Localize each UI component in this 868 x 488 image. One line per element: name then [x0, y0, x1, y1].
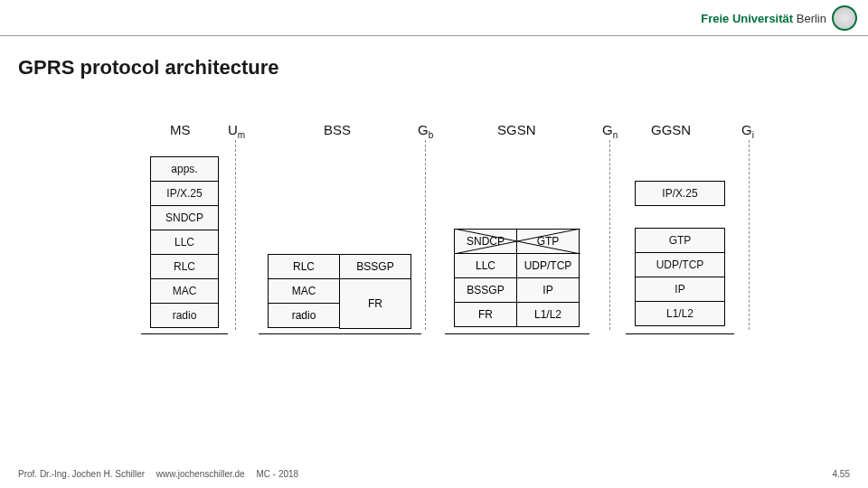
- sgsn-ip: IP: [516, 277, 580, 303]
- sgsn-cross-icon: [454, 229, 580, 254]
- node-bss: BSS: [324, 122, 351, 137]
- dash-gi: [749, 140, 750, 330]
- baseline-sgsn: [445, 333, 590, 334]
- baseline-bss: [259, 333, 421, 334]
- footer-course: MC - 2018: [256, 469, 298, 479]
- dash-gn: [609, 140, 610, 330]
- sgsn-llc: LLC: [454, 253, 517, 278]
- node-ggsn: GGSN: [651, 122, 691, 137]
- node-ms: MS: [170, 122, 191, 137]
- baseline-ggsn: [626, 333, 734, 334]
- ms-ipx25: IP/X.25: [150, 181, 219, 206]
- iface-gb-base: G: [418, 122, 429, 137]
- iface-gi-sub: i: [752, 130, 754, 140]
- ggsn-l1l2: L1/L2: [635, 301, 725, 326]
- footer-site: www.jochenschiller.de: [156, 469, 245, 479]
- bss-radio: radio: [268, 303, 340, 328]
- university-brand: Freie Universität Berlin: [701, 5, 857, 31]
- node-sgsn: SGSN: [497, 122, 536, 137]
- ms-stack: apps. IP/X.25 SNDCP LLC RLC MAC radio: [150, 156, 219, 328]
- bss-bssgp: BSSGP: [339, 254, 411, 279]
- iface-um: Um: [228, 122, 245, 140]
- footer-left: Prof. Dr.-Ing. Jochen H. Schiller www.jo…: [18, 469, 307, 479]
- ms-rlc: RLC: [150, 254, 219, 279]
- ggsn-ip: IP: [635, 277, 725, 302]
- iface-gn: Gn: [602, 122, 618, 140]
- ms-apps: apps.: [150, 156, 219, 182]
- uni-left: Freie Universität: [701, 12, 793, 25]
- ggsn-udptcp: UDP/TCP: [635, 252, 725, 277]
- protocol-diagram: MS BSS SGSN GGSN Um Gb Gn Gi apps. IP/X.…: [136, 122, 787, 420]
- iface-um-sub: m: [238, 130, 245, 140]
- seal-icon: [832, 5, 857, 31]
- bss-stack: RLC BSSGP MAC radio FR: [268, 254, 412, 329]
- dash-um: [235, 140, 236, 330]
- iface-gb-sub: b: [429, 130, 434, 140]
- bss-rlc: RLC: [268, 254, 340, 279]
- sgsn-udptcp: UDP/TCP: [516, 253, 580, 278]
- sgsn-fr: FR: [454, 302, 517, 327]
- ms-llc: LLC: [150, 230, 219, 255]
- footer-page: 4.55: [833, 469, 850, 479]
- ggsn-gtp: GTP: [635, 228, 725, 253]
- sgsn-stack: SNDCP GTP LLC UDP/TCP BSSGP IP FR L1/L2: [454, 229, 580, 327]
- bss-mac: MAC: [268, 278, 340, 304]
- sgsn-l1l2: L1/L2: [516, 302, 580, 327]
- ms-radio: radio: [150, 303, 219, 328]
- iface-gb: Gb: [418, 122, 433, 140]
- iface-um-base: U: [228, 122, 238, 137]
- sgsn-bssgp: BSSGP: [454, 277, 517, 303]
- footer-author: Prof. Dr.-Ing. Jochen H. Schiller: [18, 469, 145, 479]
- ggsn-ipx25: IP/X.25: [635, 181, 725, 206]
- uni-right: Berlin: [797, 12, 826, 25]
- university-name: Freie Universität Berlin: [701, 12, 826, 25]
- baseline-ms: [141, 333, 228, 334]
- dash-gb: [425, 140, 426, 330]
- iface-gn-sub: n: [613, 130, 618, 140]
- iface-gi: Gi: [741, 122, 754, 140]
- iface-gi-base: G: [741, 122, 752, 137]
- bss-fr: FR: [339, 278, 411, 329]
- footer: Prof. Dr.-Ing. Jochen H. Schiller www.jo…: [18, 469, 850, 479]
- ms-sndcp: SNDCP: [150, 205, 219, 230]
- page-title: GPRS protocol architecture: [18, 56, 279, 80]
- iface-gn-base: G: [602, 122, 613, 137]
- ms-mac: MAC: [150, 278, 219, 304]
